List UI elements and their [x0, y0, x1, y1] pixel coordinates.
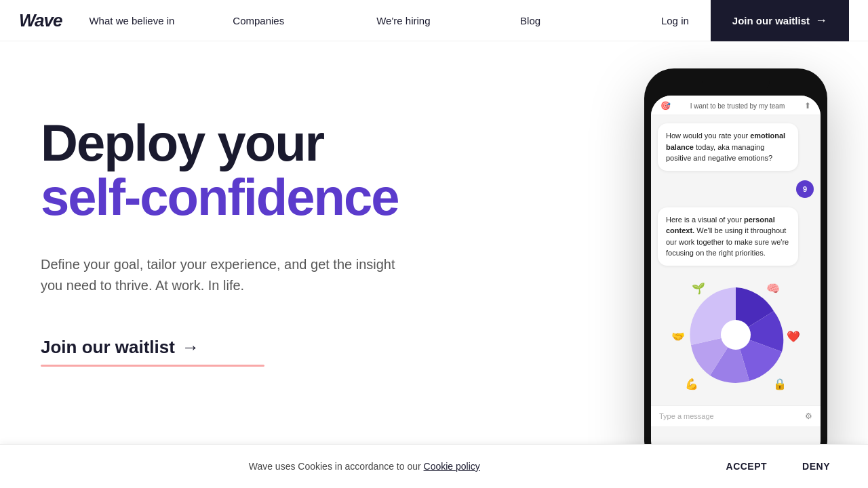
hero-title-line1: Deploy your [41, 116, 529, 170]
phone-input-bar: Type a message ⚙ [651, 405, 821, 426]
hero-waitlist-cta[interactable]: Join our waitlist → [41, 337, 199, 358]
phone-screen: 🎯 I want to be trusted by my team ⬆ How … [651, 96, 821, 462]
emoji-6: ❤️ [787, 329, 800, 342]
nav-believe[interactable]: What we believe in [89, 15, 208, 26]
cookie-banner: Wave uses Cookies in accordance to our C… [0, 444, 868, 488]
hero-title-line2: self-confidence [41, 170, 529, 224]
logo-text: Wave [19, 10, 62, 31]
nav-blog[interactable]: Blog [520, 15, 639, 26]
nav-links: What we believe in Companies We're hirin… [89, 15, 639, 26]
login-link[interactable]: Log in [639, 15, 711, 26]
phone-frame: 🎯 I want to be trusted by my team ⬆ How … [644, 68, 827, 471]
cta-underline [41, 365, 264, 367]
phone-input-placeholder[interactable]: Type a message [659, 412, 714, 420]
chat-score-badge: 9 [796, 180, 814, 198]
hero-left: Deploy your self-confidence Define your … [41, 96, 529, 367]
pie-chart-container: 🧠 🌱 💪 🔒 🤝 ❤️ [658, 275, 814, 397]
cookie-deny-button[interactable]: DENY [791, 457, 841, 476]
chat-bubble-2: Here is a visual of your personal contex… [658, 207, 798, 266]
emoji-4: 🔒 [773, 378, 787, 390]
pie-chart [682, 281, 790, 389]
navbar: Wave What we believe in Companies We're … [0, 0, 868, 41]
logo[interactable]: Wave [19, 10, 62, 31]
nav-hiring[interactable]: We're hiring [376, 15, 496, 26]
waitlist-arrow-icon: → [815, 14, 827, 28]
hero-section: Deploy your self-confidence Define your … [0, 41, 868, 488]
hero-subtitle: Define your goal, tailor your experience… [41, 254, 400, 296]
phone-mockup: 🎯 I want to be trusted by my team ⬆ How … [644, 68, 841, 471]
nav-right: Log in Join our waitlist → [639, 0, 849, 41]
phone-share-icon: ⬆ [804, 101, 811, 110]
phone-goal-text: I want to be trusted by my team [671, 102, 804, 110]
phone-notch [702, 78, 770, 93]
phone-input-send-icon[interactable]: ⚙ [805, 411, 812, 421]
emoji-2: 🌱 [692, 282, 705, 295]
emoji-3: 💪 [685, 378, 698, 390]
svg-point-0 [721, 320, 751, 350]
emoji-5: 🤝 [671, 329, 685, 342]
emoji-1: 🧠 [766, 282, 780, 295]
cookie-accept-button[interactable]: ACCEPT [715, 457, 778, 476]
hero-cta-label: Join our waitlist [41, 337, 175, 358]
cookie-text: Wave uses Cookies in accordance to our C… [27, 461, 702, 472]
cookie-policy-link[interactable]: Cookie policy [424, 461, 480, 472]
phone-status-bar: 🎯 I want to be trusted by my team ⬆ [651, 96, 821, 115]
nav-companies[interactable]: Companies [233, 15, 352, 26]
chat-area: How would you rate your emotional balanc… [651, 115, 821, 405]
phone-goal-icon: 🎯 [660, 101, 671, 110]
nav-waitlist-button[interactable]: Join our waitlist → [711, 0, 849, 41]
hero-title: Deploy your self-confidence [41, 116, 529, 224]
chat-bubble-1: How would you rate your emotional balanc… [658, 123, 798, 171]
hero-cta-arrow-icon: → [182, 337, 199, 358]
